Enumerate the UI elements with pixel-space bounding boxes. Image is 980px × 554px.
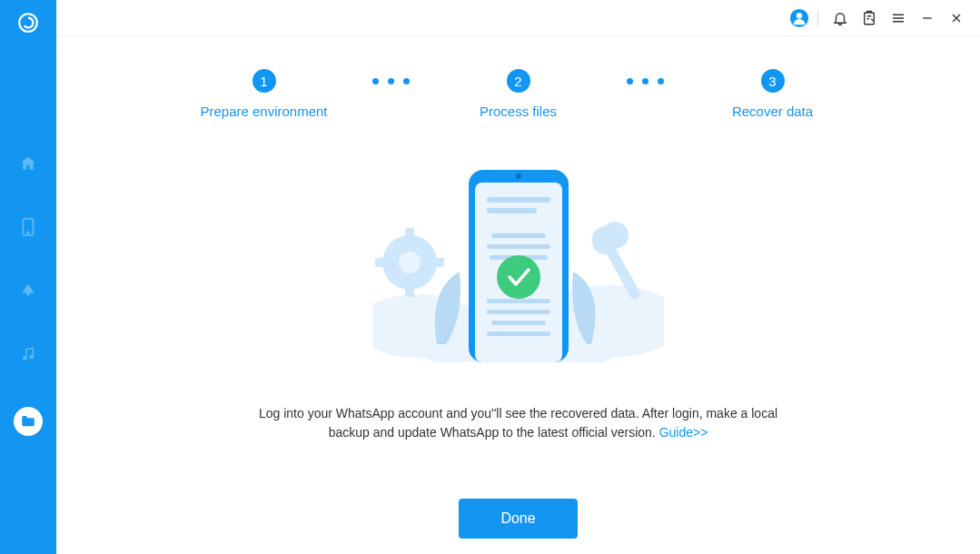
svg-rect-22 (491, 233, 546, 238)
app-logo-icon (16, 11, 40, 35)
svg-point-4 (30, 356, 33, 359)
step-connector (600, 78, 691, 84)
svg-point-0 (19, 14, 37, 32)
svg-rect-15 (433, 258, 444, 267)
sidebar-item-music[interactable] (17, 343, 39, 365)
svg-rect-14 (375, 258, 386, 267)
success-illustration (373, 163, 664, 362)
account-button[interactable] (787, 5, 812, 31)
step-label: Recover data (732, 104, 813, 119)
step-1: 1 Prepare environment (183, 69, 346, 119)
svg-point-16 (399, 252, 421, 273)
svg-rect-21 (487, 208, 537, 213)
step-number: 3 (761, 69, 785, 93)
step-connector (346, 78, 437, 84)
guide-link[interactable]: Guide>> (659, 425, 708, 440)
sidebar-item-cloud[interactable] (17, 280, 39, 302)
sidebar-item-home[interactable] (17, 153, 39, 174)
svg-rect-26 (487, 310, 550, 314)
svg-point-3 (24, 357, 26, 360)
progress-stepper: 1 Prepare environment 2 Process files 3 … (56, 69, 980, 119)
svg-rect-25 (487, 299, 550, 303)
svg-rect-13 (405, 286, 414, 297)
step-label: Process files (480, 104, 557, 119)
sidebar-item-phone[interactable] (17, 216, 39, 238)
menu-button[interactable] (886, 5, 911, 31)
minimize-button[interactable] (915, 5, 940, 31)
step-3: 3 Recover data (691, 69, 855, 119)
svg-rect-28 (487, 331, 550, 336)
step-label: Prepare environment (200, 104, 327, 119)
svg-point-29 (497, 255, 540, 299)
svg-point-2 (27, 232, 29, 234)
titlebar (56, 0, 980, 36)
step-number: 1 (252, 69, 276, 93)
main-content: 1 Prepare environment 2 Process files 3 … (56, 36, 980, 554)
svg-point-6 (797, 13, 802, 18)
svg-rect-23 (487, 244, 550, 249)
svg-rect-20 (487, 197, 550, 203)
notifications-button[interactable] (827, 5, 853, 31)
done-button[interactable]: Done (459, 499, 577, 539)
divider (817, 10, 818, 26)
instruction-text: Log into your WhatsApp account and you''… (237, 404, 800, 442)
sidebar-item-folder[interactable] (14, 407, 43, 436)
sidebar (0, 0, 56, 554)
svg-point-19 (516, 173, 521, 179)
feedback-button[interactable] (856, 5, 882, 31)
step-number: 2 (507, 69, 530, 93)
svg-rect-12 (405, 228, 414, 239)
close-button[interactable] (944, 5, 969, 31)
svg-rect-27 (491, 321, 546, 325)
step-2: 2 Process files (437, 69, 600, 119)
